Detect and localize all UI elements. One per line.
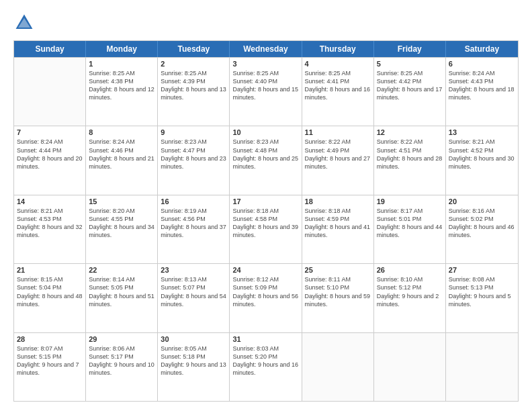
header-day-monday: Monday	[86, 41, 158, 57]
day-number: 1	[89, 60, 154, 68]
day-info: Sunrise: 8:15 AMSunset: 5:04 PMDaylight:…	[17, 275, 83, 308]
calendar-week-5: 28Sunrise: 8:07 AMSunset: 5:15 PMDayligh…	[14, 332, 518, 401]
logo	[13, 12, 38, 34]
day-cell-empty	[14, 58, 86, 126]
header	[13, 12, 519, 34]
day-number: 10	[232, 128, 298, 136]
day-cell-5: 5Sunrise: 8:25 AMSunset: 4:42 PMDaylight…	[374, 58, 446, 126]
calendar-header: SundayMondayTuesdayWednesdayThursdayFrid…	[14, 41, 518, 57]
header-day-saturday: Saturday	[446, 41, 518, 57]
day-number: 25	[305, 266, 371, 274]
day-cell-11: 11Sunrise: 8:22 AMSunset: 4:49 PMDayligh…	[302, 126, 374, 194]
day-number: 23	[161, 266, 226, 274]
day-number: 21	[17, 266, 83, 274]
day-cell-12: 12Sunrise: 8:22 AMSunset: 4:51 PMDayligh…	[374, 126, 446, 194]
day-cell-18: 18Sunrise: 8:18 AMSunset: 4:59 PMDayligh…	[302, 195, 374, 263]
day-number: 27	[449, 266, 515, 274]
day-number: 18	[305, 197, 371, 205]
day-cell-24: 24Sunrise: 8:12 AMSunset: 5:09 PMDayligh…	[230, 264, 302, 332]
day-cell-empty	[446, 333, 518, 401]
day-cell-9: 9Sunrise: 8:23 AMSunset: 4:47 PMDaylight…	[158, 126, 230, 194]
day-info: Sunrise: 8:23 AMSunset: 4:48 PMDaylight:…	[232, 138, 298, 171]
calendar: SundayMondayTuesdayWednesdayThursdayFrid…	[13, 40, 519, 402]
day-number: 20	[449, 197, 515, 205]
day-cell-7: 7Sunrise: 8:24 AMSunset: 4:44 PMDaylight…	[14, 126, 86, 194]
day-number: 26	[377, 266, 443, 274]
day-number: 29	[89, 335, 154, 343]
day-info: Sunrise: 8:06 AMSunset: 5:17 PMDaylight:…	[89, 345, 154, 377]
day-info: Sunrise: 8:18 AMSunset: 4:58 PMDaylight:…	[232, 207, 298, 240]
day-number: 3	[232, 60, 298, 68]
day-cell-21: 21Sunrise: 8:15 AMSunset: 5:04 PMDayligh…	[14, 264, 86, 332]
day-number: 12	[377, 128, 443, 136]
day-info: Sunrise: 8:18 AMSunset: 4:59 PMDaylight:…	[305, 207, 371, 240]
day-cell-22: 22Sunrise: 8:14 AMSunset: 5:05 PMDayligh…	[86, 264, 158, 332]
calendar-week-2: 7Sunrise: 8:24 AMSunset: 4:44 PMDaylight…	[14, 126, 518, 194]
day-info: Sunrise: 8:21 AMSunset: 4:52 PMDaylight:…	[449, 138, 515, 171]
header-day-sunday: Sunday	[14, 41, 86, 57]
day-number: 31	[232, 335, 298, 343]
header-day-thursday: Thursday	[302, 41, 374, 57]
day-info: Sunrise: 8:24 AMSunset: 4:44 PMDaylight:…	[17, 138, 83, 171]
logo-icon	[13, 12, 35, 34]
day-info: Sunrise: 8:24 AMSunset: 4:46 PMDaylight:…	[89, 138, 154, 171]
day-info: Sunrise: 8:16 AMSunset: 5:02 PMDaylight:…	[449, 207, 515, 240]
day-number: 6	[449, 60, 515, 68]
day-cell-6: 6Sunrise: 8:24 AMSunset: 4:43 PMDaylight…	[446, 58, 518, 126]
day-number: 22	[89, 266, 154, 274]
day-cell-8: 8Sunrise: 8:24 AMSunset: 4:46 PMDaylight…	[86, 126, 158, 194]
day-number: 9	[161, 128, 226, 136]
day-info: Sunrise: 8:11 AMSunset: 5:10 PMDaylight:…	[305, 275, 371, 308]
day-cell-4: 4Sunrise: 8:25 AMSunset: 4:41 PMDaylight…	[302, 58, 374, 126]
day-cell-19: 19Sunrise: 8:17 AMSunset: 5:01 PMDayligh…	[374, 195, 446, 263]
day-info: Sunrise: 8:17 AMSunset: 5:01 PMDaylight:…	[377, 207, 443, 240]
day-number: 15	[89, 197, 154, 205]
calendar-body: 1Sunrise: 8:25 AMSunset: 4:38 PMDaylight…	[14, 57, 518, 401]
day-cell-28: 28Sunrise: 8:07 AMSunset: 5:15 PMDayligh…	[14, 333, 86, 401]
day-info: Sunrise: 8:10 AMSunset: 5:12 PMDaylight:…	[377, 275, 443, 308]
day-info: Sunrise: 8:08 AMSunset: 5:13 PMDaylight:…	[449, 275, 515, 308]
day-cell-10: 10Sunrise: 8:23 AMSunset: 4:48 PMDayligh…	[230, 126, 302, 194]
day-info: Sunrise: 8:24 AMSunset: 4:43 PMDaylight:…	[449, 69, 515, 102]
day-cell-13: 13Sunrise: 8:21 AMSunset: 4:52 PMDayligh…	[446, 126, 518, 194]
day-number: 24	[232, 266, 298, 274]
day-cell-29: 29Sunrise: 8:06 AMSunset: 5:17 PMDayligh…	[86, 333, 158, 401]
calendar-page: SundayMondayTuesdayWednesdayThursdayFrid…	[0, 0, 532, 411]
day-info: Sunrise: 8:25 AMSunset: 4:38 PMDaylight:…	[89, 69, 154, 102]
day-info: Sunrise: 8:21 AMSunset: 4:53 PMDaylight:…	[17, 207, 83, 240]
day-info: Sunrise: 8:19 AMSunset: 4:56 PMDaylight:…	[161, 207, 226, 240]
day-number: 8	[89, 128, 154, 136]
day-info: Sunrise: 8:13 AMSunset: 5:07 PMDaylight:…	[161, 275, 226, 308]
day-info: Sunrise: 8:07 AMSunset: 5:15 PMDaylight:…	[17, 345, 83, 377]
day-cell-1: 1Sunrise: 8:25 AMSunset: 4:38 PMDaylight…	[86, 58, 158, 126]
day-info: Sunrise: 8:25 AMSunset: 4:42 PMDaylight:…	[377, 69, 443, 102]
day-cell-20: 20Sunrise: 8:16 AMSunset: 5:02 PMDayligh…	[446, 195, 518, 263]
day-number: 14	[17, 197, 83, 205]
calendar-week-4: 21Sunrise: 8:15 AMSunset: 5:04 PMDayligh…	[14, 263, 518, 332]
day-number: 11	[305, 128, 371, 136]
day-cell-2: 2Sunrise: 8:25 AMSunset: 4:39 PMDaylight…	[158, 58, 230, 126]
header-day-wednesday: Wednesday	[230, 41, 302, 57]
day-cell-3: 3Sunrise: 8:25 AMSunset: 4:40 PMDaylight…	[230, 58, 302, 126]
calendar-week-3: 14Sunrise: 8:21 AMSunset: 4:53 PMDayligh…	[14, 195, 518, 263]
header-day-friday: Friday	[374, 41, 446, 57]
day-number: 7	[17, 128, 83, 136]
day-number: 19	[377, 197, 443, 205]
day-number: 17	[232, 197, 298, 205]
day-cell-25: 25Sunrise: 8:11 AMSunset: 5:10 PMDayligh…	[302, 264, 374, 332]
day-number: 28	[17, 335, 83, 343]
day-info: Sunrise: 8:03 AMSunset: 5:20 PMDaylight:…	[232, 345, 298, 377]
day-info: Sunrise: 8:23 AMSunset: 4:47 PMDaylight:…	[161, 138, 226, 171]
day-cell-30: 30Sunrise: 8:05 AMSunset: 5:18 PMDayligh…	[158, 333, 230, 401]
day-cell-16: 16Sunrise: 8:19 AMSunset: 4:56 PMDayligh…	[158, 195, 230, 263]
day-number: 16	[161, 197, 226, 205]
day-cell-23: 23Sunrise: 8:13 AMSunset: 5:07 PMDayligh…	[158, 264, 230, 332]
day-number: 13	[449, 128, 515, 136]
day-info: Sunrise: 8:22 AMSunset: 4:51 PMDaylight:…	[377, 138, 443, 171]
day-cell-31: 31Sunrise: 8:03 AMSunset: 5:20 PMDayligh…	[230, 333, 302, 401]
day-cell-27: 27Sunrise: 8:08 AMSunset: 5:13 PMDayligh…	[446, 264, 518, 332]
day-cell-26: 26Sunrise: 8:10 AMSunset: 5:12 PMDayligh…	[374, 264, 446, 332]
day-cell-empty	[374, 333, 446, 401]
day-info: Sunrise: 8:25 AMSunset: 4:39 PMDaylight:…	[161, 69, 226, 102]
day-number: 4	[305, 60, 371, 68]
